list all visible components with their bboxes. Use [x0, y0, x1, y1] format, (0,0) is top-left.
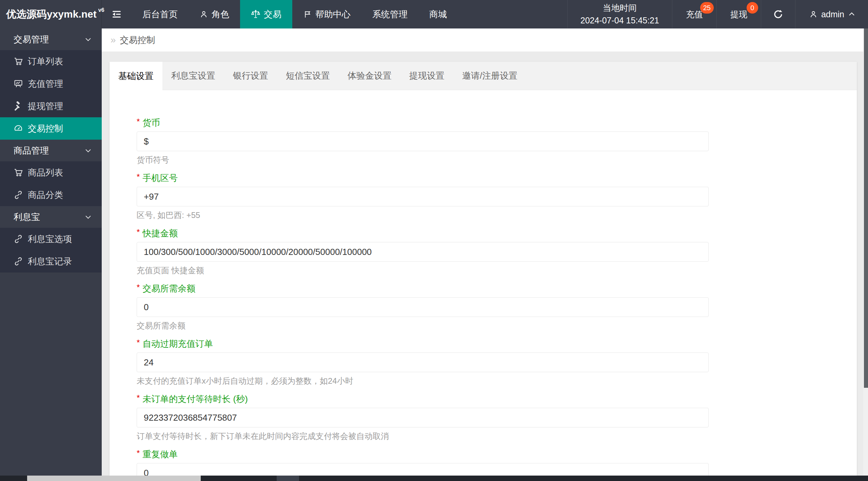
field-label: *重复做单 [137, 448, 857, 459]
basic-settings-form: *货币 货币符号 *手机区号 区号, 如巴西: +55 *快捷金额 充值页面 快… [110, 90, 857, 481]
form-field-currency: *货币 货币符号 [137, 117, 857, 165]
sidebar-group-label: 利息宝 [14, 211, 40, 223]
user-menu[interactable]: admin [795, 0, 868, 28]
sidebar-toggle-button[interactable] [102, 0, 132, 28]
cart-icon [14, 57, 23, 66]
local-time-block: 当地时间 2024-07-04 15:45:21 [567, 0, 672, 28]
nav-item-system[interactable]: 系统管理 [361, 0, 418, 28]
recharge-pending-button[interactable]: 充值 25 [672, 0, 716, 28]
field-label: *未订单的支付等待时长 (秒) [137, 393, 857, 404]
sidebar-item-lixibao-options[interactable]: 利息宝选项 [0, 228, 102, 250]
withdraw-pending-button[interactable]: 提现 0 [716, 0, 761, 28]
field-label: *货币 [137, 117, 857, 128]
top-header: 优选源码yxymk.net v6 后台首页 角色 [0, 0, 868, 28]
nav-item-dashboard[interactable]: 后台首页 [132, 0, 189, 28]
withdraw-label: 提现 [730, 9, 747, 20]
nav-item-label: 交易 [264, 8, 281, 20]
nav-item-label: 后台首页 [142, 8, 178, 20]
field-label: *交易所需余额 [137, 282, 857, 294]
required-asterisk: * [137, 448, 140, 458]
link-icon [14, 257, 23, 266]
link-icon [14, 234, 23, 244]
refresh-button[interactable] [761, 0, 795, 28]
chevron-up-icon [848, 10, 856, 18]
field-help: 区号, 如巴西: +55 [137, 211, 857, 220]
nav-item-trade[interactable]: 交易 [240, 0, 292, 28]
scales-icon [251, 9, 260, 19]
tab-label: 银行设置 [233, 70, 268, 82]
sidebar-group-lixibao[interactable]: 利息宝 [0, 206, 102, 228]
nav-item-help-center[interactable]: 帮助中心 [292, 0, 361, 28]
sidebar-group-label: 交易管理 [14, 34, 49, 45]
settings-tabs: 基础设置 利息宝设置 银行设置 短信宝设置 体验金设置 提现设置 邀请/注册设置 [110, 62, 857, 90]
nav-item-roles[interactable]: 角色 [189, 0, 240, 28]
tab-sms-settings[interactable]: 短信宝设置 [277, 62, 339, 90]
tab-basic-settings[interactable]: 基础设置 [110, 62, 162, 90]
nav-item-label: 系统管理 [372, 8, 408, 20]
vertical-scrollbar-thumb[interactable] [864, 28, 868, 388]
cart-icon [14, 168, 23, 177]
sidebar-item-label: 交易控制 [28, 123, 63, 135]
tab-withdraw-settings[interactable]: 提现设置 [400, 62, 453, 90]
horizontal-scrollbar [0, 476, 868, 481]
auto-expire-orders-input[interactable] [137, 353, 709, 372]
recharge-badge: 25 [700, 2, 714, 14]
field-help: 订单支付等待时长，新下订单未在此时间内容完成支付将会被自动取消 [137, 432, 857, 441]
tab-trial-fund-settings[interactable]: 体验金设置 [339, 62, 400, 90]
required-asterisk: * [137, 117, 140, 126]
sidebar-item-label: 商品分类 [28, 189, 63, 201]
sidebar-item-withdraw-management[interactable]: 提现管理 [0, 95, 102, 117]
field-label-text: 快捷金额 [142, 228, 178, 238]
local-time-value: 2024-07-04 15:45:21 [580, 14, 659, 27]
nav-item-label: 角色 [212, 8, 229, 20]
nav-item-label: 商城 [429, 8, 447, 20]
sidebar-item-recharge-management[interactable]: 充值管理 [0, 73, 102, 95]
field-label-text: 重复做单 [142, 449, 178, 459]
chart-board-icon [14, 79, 23, 88]
tab-invite-register-settings[interactable]: 邀请/注册设置 [453, 62, 526, 90]
tab-label: 提现设置 [409, 70, 445, 82]
settings-card: 基础设置 利息宝设置 银行设置 短信宝设置 体验金设置 提现设置 邀请/注册设置… [110, 62, 857, 476]
quick-amounts-input[interactable] [137, 242, 709, 262]
vertical-scrollbar [863, 28, 868, 476]
gavel-icon [14, 101, 23, 111]
sidebar-item-lixibao-records[interactable]: 利息宝记录 [0, 250, 102, 273]
menu-collapse-icon [111, 9, 122, 20]
tab-label: 利息宝设置 [171, 70, 215, 82]
horizontal-scrollbar-thumb[interactable] [27, 476, 201, 481]
phone-area-code-input[interactable] [137, 187, 709, 206]
sidebar-group-product-management[interactable]: 商品管理 [0, 140, 102, 161]
app-logo: 优选源码yxymk.net v6 [0, 0, 102, 28]
sidebar-item-label: 充值管理 [28, 78, 63, 90]
field-label-text: 交易所需余额 [142, 283, 195, 294]
nav-item-mall[interactable]: 商城 [418, 0, 458, 28]
chevron-down-icon [84, 35, 92, 43]
required-asterisk: * [137, 393, 140, 402]
field-label-text: 自动过期充值订单 [142, 339, 213, 349]
form-field-payment-wait-seconds: *未订单的支付等待时长 (秒) 订单支付等待时长，新下订单未在此时间内容完成支付… [137, 393, 857, 441]
payment-wait-seconds-input[interactable] [137, 408, 709, 427]
form-field-required-balance: *交易所需余额 交易所需余额 [137, 282, 857, 330]
tab-lixibao-settings[interactable]: 利息宝设置 [162, 62, 224, 90]
sidebar-item-label: 订单列表 [28, 56, 63, 67]
app-version: v6 [98, 7, 104, 13]
horizontal-scrollbar-segment [277, 476, 299, 481]
local-time-label: 当地时间 [603, 2, 637, 15]
user-name: admin [821, 9, 844, 19]
sidebar-item-product-category[interactable]: 商品分类 [0, 184, 102, 206]
form-field-phone-area-code: *手机区号 区号, 如巴西: +55 [137, 172, 857, 220]
sidebar-item-product-list[interactable]: 商品列表 [0, 161, 102, 184]
sidebar-item-order-list[interactable]: 订单列表 [0, 50, 102, 73]
header-right-cluster: 当地时间 2024-07-04 15:45:21 充值 25 提现 0 [567, 0, 868, 28]
tab-label: 基础设置 [118, 70, 154, 82]
sidebar-submenu-lixibao: 利息宝选项 利息宝记录 [0, 228, 102, 273]
sidebar-item-trade-control[interactable]: 交易控制 [0, 117, 102, 140]
currency-input[interactable] [137, 132, 709, 151]
tab-bank-settings[interactable]: 银行设置 [224, 62, 277, 90]
tab-label: 短信宝设置 [286, 70, 330, 82]
required-balance-input[interactable] [137, 297, 709, 317]
field-label-text: 货币 [142, 118, 160, 128]
refresh-icon [773, 9, 784, 20]
page-title: 交易控制 [120, 34, 155, 46]
sidebar-group-trade-management[interactable]: 交易管理 [0, 28, 102, 50]
